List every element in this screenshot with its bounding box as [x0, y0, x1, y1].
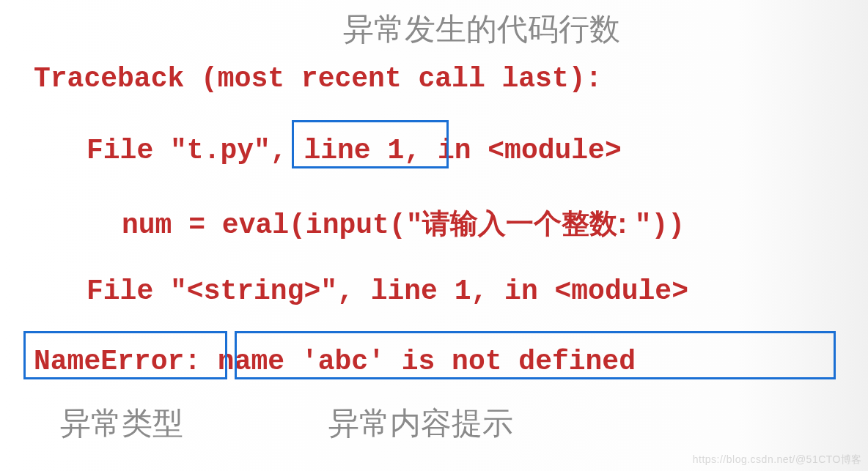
code-suffix: ")): [635, 209, 685, 241]
frame1-prefix: File "t.py",: [87, 135, 287, 166]
code-prefix: num = eval(input(": [122, 209, 422, 241]
highlight-box-error-message: [235, 331, 836, 379]
traceback-code-line: num = eval(input("请输入一个整数: ")): [34, 205, 685, 242]
frame1-suffix: in <module>: [438, 135, 622, 166]
highlight-box-error-type: [23, 331, 227, 379]
highlight-box-line-number: [292, 120, 449, 168]
traceback-frame-2: File "<string>", line 1, in <module>: [34, 275, 688, 307]
traceback-header: Traceback (most recent call last):: [34, 63, 602, 94]
watermark: https://blog.csdn.net/@51CTO博客: [693, 453, 862, 467]
annotation-error-type: 异常类型: [60, 403, 183, 444]
annotation-line-number: 异常发生的代码行数: [343, 9, 620, 50]
code-prompt: 请输入一个整数:: [422, 208, 634, 239]
annotation-error-message: 异常内容提示: [328, 403, 513, 444]
frame2-text: File "<string>", line 1, in <module>: [87, 275, 688, 307]
